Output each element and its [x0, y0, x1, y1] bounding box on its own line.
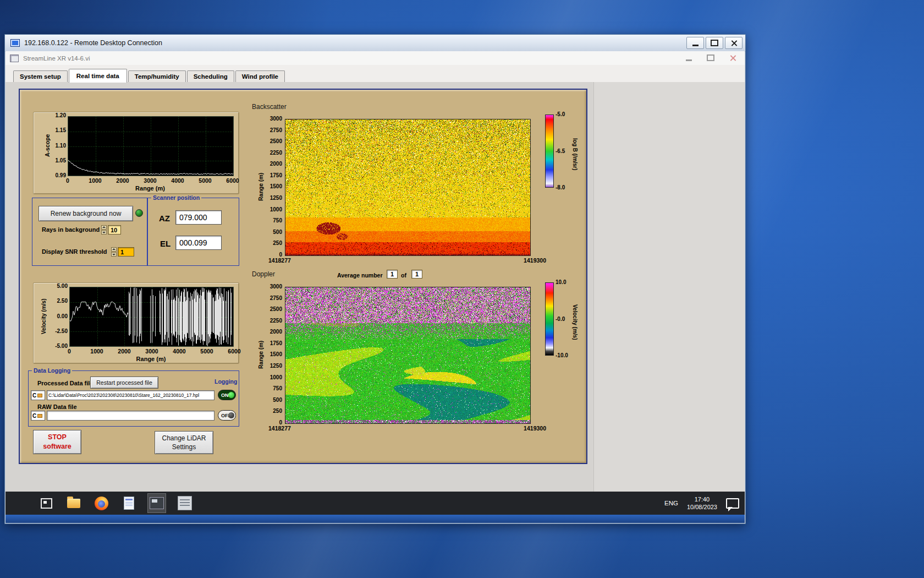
rays-in-background-label: Rays in background	[42, 226, 100, 233]
average-count-field[interactable]: 1	[411, 270, 422, 279]
elevation-value-field[interactable]: 000.099	[175, 236, 222, 250]
tick-label: 3000	[142, 348, 161, 355]
tick-label: 750	[273, 386, 282, 391]
system-tray: ENG 17:40 10/08/2023	[664, 492, 739, 515]
tab-real-time-data[interactable]: Real time data	[69, 69, 127, 83]
app-titlebar[interactable]: StreamLine XR v14-6.vi	[6, 51, 745, 66]
scan-scheduler-button[interactable]	[176, 494, 194, 512]
task-view-button[interactable]	[37, 494, 55, 512]
ascope-plot	[68, 116, 234, 176]
tick-label: -2.50	[55, 329, 68, 334]
tab-wind-profile[interactable]: Wind profile	[235, 70, 285, 83]
velocity-plot	[69, 287, 234, 347]
backscatter-y-ticks: 3000275025002250200017501500125010007505…	[263, 116, 282, 258]
logging-label: Logging	[215, 378, 237, 385]
language-indicator[interactable]: ENG	[664, 500, 678, 506]
elevation-label: EL	[160, 239, 170, 248]
tick-label: 2.50	[57, 298, 68, 304]
tab-system-setup[interactable]: System setup	[13, 70, 68, 83]
close-icon	[730, 40, 738, 47]
scanner-position-title: Scanner position	[151, 194, 201, 201]
restart-processed-file-button[interactable]: Restart processed file	[90, 377, 158, 389]
maximize-icon	[707, 54, 714, 61]
rdp-window-title: 192.168.0.122 - Remote Desktop Connectio…	[24, 39, 162, 47]
tick-label: 1.10	[56, 143, 66, 149]
tick-label: 250	[273, 241, 282, 246]
backscatter-x-labels: 1418277 1419300	[268, 258, 546, 264]
tab-temp-humidity[interactable]: Temp/humidity	[128, 70, 186, 83]
rdp-minimize-button[interactable]	[686, 37, 704, 49]
app-window-title: StreamLine XR v14-6.vi	[23, 55, 90, 62]
toggle-knob	[228, 412, 234, 418]
maximize-icon	[711, 40, 718, 46]
processed-logging-toggle[interactable]: ON	[218, 390, 236, 400]
tab-bar: System setupReal time dataTemp/humidityS…	[6, 65, 745, 83]
raw-drive-selector[interactable]: C	[31, 411, 45, 421]
folder-icon	[37, 394, 42, 397]
ascope-y-ticks: 1.201.151.101.050.99	[48, 113, 66, 178]
app-close-button[interactable]	[725, 52, 740, 63]
snr-value-field[interactable]: 1	[118, 247, 134, 257]
labview-app-icon	[150, 497, 164, 509]
tick-label: -0.0	[556, 317, 574, 322]
raw-path-input[interactable]	[47, 411, 215, 421]
rays-value-field[interactable]: 10	[108, 225, 121, 235]
tab-scheduling[interactable]: Scheduling	[187, 70, 234, 83]
processed-data-file-label: Processed Data file	[37, 380, 94, 386]
taskbar-clock[interactable]: 17:40 10/08/2023	[687, 495, 717, 511]
tick-label: 2250	[270, 318, 282, 324]
app-minimize-button[interactable]	[681, 52, 696, 63]
doppler-x-end: 1419300	[524, 426, 546, 432]
firefox-button[interactable]	[92, 494, 110, 512]
rays-spinner[interactable]	[101, 225, 107, 235]
clock-time: 17:40	[687, 495, 717, 503]
renew-background-button[interactable]: Renew background now	[38, 206, 133, 221]
processed-path-input[interactable]	[47, 390, 215, 400]
vi-app-icon	[10, 54, 19, 62]
file-explorer-button[interactable]	[65, 494, 82, 512]
change-lidar-settings-button[interactable]: Change LiDAR Settings	[155, 431, 213, 454]
data-logging-title: Data Logging	[32, 367, 72, 374]
azimuth-label: AZ	[159, 214, 170, 223]
remote-desktop-strip	[6, 515, 745, 523]
tick-label: 1750	[270, 341, 282, 346]
app-maximize-button[interactable]	[703, 52, 718, 63]
rdp-titlebar[interactable]: 192.168.0.122 - Remote Desktop Connectio…	[5, 35, 745, 52]
rdp-window: 192.168.0.122 - Remote Desktop Connectio…	[4, 34, 746, 524]
raw-logging-toggle[interactable]: OFF	[218, 410, 236, 421]
average-number-label: Average number	[337, 272, 382, 279]
backscatter-colorbar-ticks: -5.0-6.5-8.0	[556, 112, 572, 190]
scanner-position-group: Scanner position AZ 079.000 EL 000.099	[147, 198, 239, 266]
front-panel: A-scope 1.201.151.101.050.99 01000200030…	[6, 82, 745, 492]
folder-icon	[67, 499, 80, 508]
document-app-button[interactable]	[120, 494, 138, 512]
tick-label: 2750	[270, 296, 282, 301]
tick-label: 500	[273, 230, 282, 235]
doppler-heatmap	[285, 287, 531, 424]
streamline-app-button[interactable]	[147, 493, 166, 513]
app-window-controls	[681, 52, 740, 63]
remote-desktop-icon	[10, 39, 20, 47]
average-number-field[interactable]: 1	[387, 270, 398, 279]
backscatter-title: Backscatter	[252, 103, 287, 111]
stop-software-button[interactable]: STOP software	[33, 430, 81, 454]
notification-center-icon[interactable]	[726, 498, 739, 509]
tick-label: -6.5	[556, 149, 572, 154]
velocity-y-axis-label: Velocity (m/s)	[41, 287, 47, 346]
tick-label: 4000	[170, 348, 189, 355]
change-settings-line1: Change LiDAR	[162, 434, 206, 443]
tick-label: 1000	[87, 348, 106, 355]
tick-label: 2000	[113, 178, 132, 184]
processed-drive-selector[interactable]: C	[31, 390, 45, 400]
velocity-y-ticks: 5.002.500.00-2.50-5.00	[48, 283, 68, 349]
snr-spinner[interactable]	[111, 247, 117, 257]
background-led-indicator	[135, 209, 143, 217]
taskbar-icons	[37, 492, 194, 515]
backscatter-x-end: 1419300	[524, 258, 546, 264]
remote-session: StreamLine XR v14-6.vi System setupReal …	[6, 51, 745, 523]
azimuth-value-field[interactable]: 079.000	[175, 210, 222, 225]
rdp-close-button[interactable]	[725, 37, 743, 49]
tick-label: -5.0	[556, 112, 572, 117]
rdp-maximize-button[interactable]	[706, 37, 723, 49]
tick-label: 2000	[115, 348, 134, 355]
